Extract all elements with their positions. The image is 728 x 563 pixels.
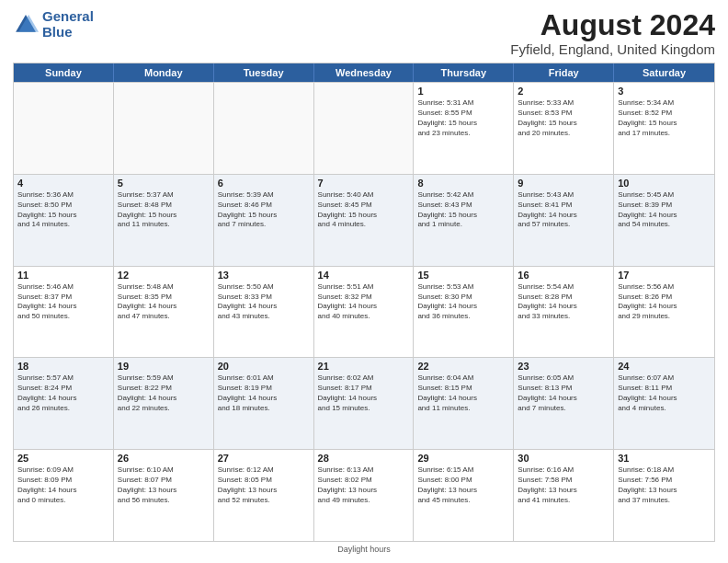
calendar-cell: 1Sunrise: 5:31 AM Sunset: 8:55 PM Daylig…	[414, 83, 514, 174]
calendar-cell: 15Sunrise: 5:53 AM Sunset: 8:30 PM Dayli…	[414, 267, 514, 358]
day-info: Sunrise: 5:59 AM Sunset: 8:22 PM Dayligh…	[118, 373, 210, 413]
day-number: 8	[417, 178, 509, 189]
day-info: Sunrise: 5:43 AM Sunset: 8:41 PM Dayligh…	[518, 190, 609, 230]
logo: General Blue	[13, 9, 94, 40]
day-info: Sunrise: 6:02 AM Sunset: 8:17 PM Dayligh…	[318, 373, 410, 413]
calendar-cell: 31Sunrise: 6:18 AM Sunset: 7:56 PM Dayli…	[614, 450, 714, 541]
day-number: 29	[417, 453, 509, 464]
day-number: 7	[318, 178, 410, 189]
day-info: Sunrise: 5:34 AM Sunset: 8:52 PM Dayligh…	[618, 98, 711, 138]
calendar-cell	[214, 83, 314, 174]
logo-icon	[13, 12, 39, 38]
day-number: 10	[618, 178, 711, 189]
calendar-cell: 10Sunrise: 5:45 AM Sunset: 8:39 PM Dayli…	[614, 175, 714, 266]
calendar-row: 4Sunrise: 5:36 AM Sunset: 8:50 PM Daylig…	[14, 174, 714, 266]
calendar-cell: 28Sunrise: 6:13 AM Sunset: 8:02 PM Dayli…	[314, 450, 415, 541]
day-number: 3	[618, 86, 711, 97]
calendar-cell: 3Sunrise: 5:34 AM Sunset: 8:52 PM Daylig…	[614, 83, 714, 174]
calendar-cell: 11Sunrise: 5:46 AM Sunset: 8:37 PM Dayli…	[14, 267, 114, 358]
day-info: Sunrise: 5:39 AM Sunset: 8:46 PM Dayligh…	[218, 190, 310, 230]
day-info: Sunrise: 5:33 AM Sunset: 8:53 PM Dayligh…	[518, 98, 609, 138]
header: General Blue August 2024 Fyfield, Englan…	[13, 9, 715, 57]
day-info: Sunrise: 6:04 AM Sunset: 8:15 PM Dayligh…	[417, 373, 509, 413]
day-number: 13	[218, 270, 310, 281]
calendar-header: SundayMondayTuesdayWednesdayThursdayFrid…	[14, 63, 714, 82]
day-number: 11	[17, 270, 109, 281]
calendar-cell: 20Sunrise: 6:01 AM Sunset: 8:19 PM Dayli…	[214, 358, 314, 449]
calendar-cell: 19Sunrise: 5:59 AM Sunset: 8:22 PM Dayli…	[114, 358, 214, 449]
day-info: Sunrise: 5:31 AM Sunset: 8:55 PM Dayligh…	[417, 98, 509, 138]
day-info: Sunrise: 5:51 AM Sunset: 8:32 PM Dayligh…	[318, 282, 410, 322]
calendar-cell: 9Sunrise: 5:43 AM Sunset: 8:41 PM Daylig…	[514, 175, 614, 266]
day-number: 28	[318, 453, 410, 464]
day-number: 19	[118, 361, 210, 372]
day-info: Sunrise: 5:56 AM Sunset: 8:26 PM Dayligh…	[618, 282, 711, 322]
day-info: Sunrise: 6:13 AM Sunset: 8:02 PM Dayligh…	[318, 465, 410, 505]
day-number: 23	[518, 361, 609, 372]
calendar-row: 11Sunrise: 5:46 AM Sunset: 8:37 PM Dayli…	[14, 266, 714, 358]
calendar-cell	[114, 83, 214, 174]
calendar-cell: 26Sunrise: 6:10 AM Sunset: 8:07 PM Dayli…	[114, 450, 214, 541]
calendar-cell: 8Sunrise: 5:42 AM Sunset: 8:43 PM Daylig…	[414, 175, 514, 266]
calendar-cell	[314, 83, 415, 174]
day-number: 9	[518, 178, 609, 189]
calendar-cell: 6Sunrise: 5:39 AM Sunset: 8:46 PM Daylig…	[214, 175, 314, 266]
title-block: August 2024 Fyfield, England, United Kin…	[510, 9, 715, 57]
calendar: SundayMondayTuesdayWednesdayThursdayFrid…	[13, 63, 715, 542]
day-number: 12	[118, 270, 210, 281]
day-number: 1	[417, 86, 509, 97]
weekday-header: Tuesday	[214, 63, 314, 82]
calendar-body: 1Sunrise: 5:31 AM Sunset: 8:55 PM Daylig…	[14, 82, 714, 541]
day-number: 25	[17, 453, 109, 464]
calendar-cell: 2Sunrise: 5:33 AM Sunset: 8:53 PM Daylig…	[514, 83, 614, 174]
day-number: 22	[417, 361, 509, 372]
weekday-header: Saturday	[614, 63, 714, 82]
day-number: 4	[17, 178, 109, 189]
calendar-cell: 12Sunrise: 5:48 AM Sunset: 8:35 PM Dayli…	[114, 267, 214, 358]
calendar-row: 18Sunrise: 5:57 AM Sunset: 8:24 PM Dayli…	[14, 357, 714, 449]
calendar-cell: 27Sunrise: 6:12 AM Sunset: 8:05 PM Dayli…	[214, 450, 314, 541]
day-number: 30	[518, 453, 609, 464]
day-number: 24	[618, 361, 711, 372]
day-info: Sunrise: 6:09 AM Sunset: 8:09 PM Dayligh…	[17, 465, 109, 505]
calendar-cell: 14Sunrise: 5:51 AM Sunset: 8:32 PM Dayli…	[314, 267, 415, 358]
calendar-cell	[14, 83, 114, 174]
day-number: 20	[218, 361, 310, 372]
calendar-cell: 17Sunrise: 5:56 AM Sunset: 8:26 PM Dayli…	[614, 267, 714, 358]
day-number: 16	[518, 270, 609, 281]
day-number: 18	[17, 361, 109, 372]
calendar-cell: 21Sunrise: 6:02 AM Sunset: 8:17 PM Dayli…	[314, 358, 415, 449]
day-info: Sunrise: 6:10 AM Sunset: 8:07 PM Dayligh…	[118, 465, 210, 505]
day-info: Sunrise: 5:40 AM Sunset: 8:45 PM Dayligh…	[318, 190, 410, 230]
day-info: Sunrise: 6:12 AM Sunset: 8:05 PM Dayligh…	[218, 465, 310, 505]
day-info: Sunrise: 6:05 AM Sunset: 8:13 PM Dayligh…	[518, 373, 609, 413]
calendar-cell: 7Sunrise: 5:40 AM Sunset: 8:45 PM Daylig…	[314, 175, 415, 266]
day-info: Sunrise: 5:36 AM Sunset: 8:50 PM Dayligh…	[17, 190, 109, 230]
day-info: Sunrise: 6:07 AM Sunset: 8:11 PM Dayligh…	[618, 373, 711, 413]
day-info: Sunrise: 6:01 AM Sunset: 8:19 PM Dayligh…	[218, 373, 310, 413]
day-info: Sunrise: 5:57 AM Sunset: 8:24 PM Dayligh…	[17, 373, 109, 413]
day-info: Sunrise: 5:50 AM Sunset: 8:33 PM Dayligh…	[218, 282, 310, 322]
day-number: 31	[618, 453, 711, 464]
day-number: 14	[318, 270, 410, 281]
calendar-cell: 29Sunrise: 6:15 AM Sunset: 8:00 PM Dayli…	[414, 450, 514, 541]
calendar-cell: 4Sunrise: 5:36 AM Sunset: 8:50 PM Daylig…	[14, 175, 114, 266]
page: General Blue August 2024 Fyfield, Englan…	[0, 0, 728, 563]
month-year: August 2024	[510, 9, 715, 41]
calendar-row: 25Sunrise: 6:09 AM Sunset: 8:09 PM Dayli…	[14, 449, 714, 541]
day-number: 2	[518, 86, 609, 97]
calendar-cell: 30Sunrise: 6:16 AM Sunset: 7:58 PM Dayli…	[514, 450, 614, 541]
logo-line1: General	[42, 9, 94, 25]
day-info: Sunrise: 5:42 AM Sunset: 8:43 PM Dayligh…	[417, 190, 509, 230]
logo-line2: Blue	[42, 25, 94, 40]
calendar-cell: 18Sunrise: 5:57 AM Sunset: 8:24 PM Dayli…	[14, 358, 114, 449]
weekday-header: Sunday	[14, 63, 114, 82]
day-number: 26	[118, 453, 210, 464]
calendar-cell: 13Sunrise: 5:50 AM Sunset: 8:33 PM Dayli…	[214, 267, 314, 358]
weekday-header: Monday	[114, 63, 214, 82]
calendar-cell: 25Sunrise: 6:09 AM Sunset: 8:09 PM Dayli…	[14, 450, 114, 541]
day-number: 17	[618, 270, 711, 281]
day-info: Sunrise: 5:37 AM Sunset: 8:48 PM Dayligh…	[118, 190, 210, 230]
day-number: 27	[218, 453, 310, 464]
calendar-row: 1Sunrise: 5:31 AM Sunset: 8:55 PM Daylig…	[14, 82, 714, 174]
